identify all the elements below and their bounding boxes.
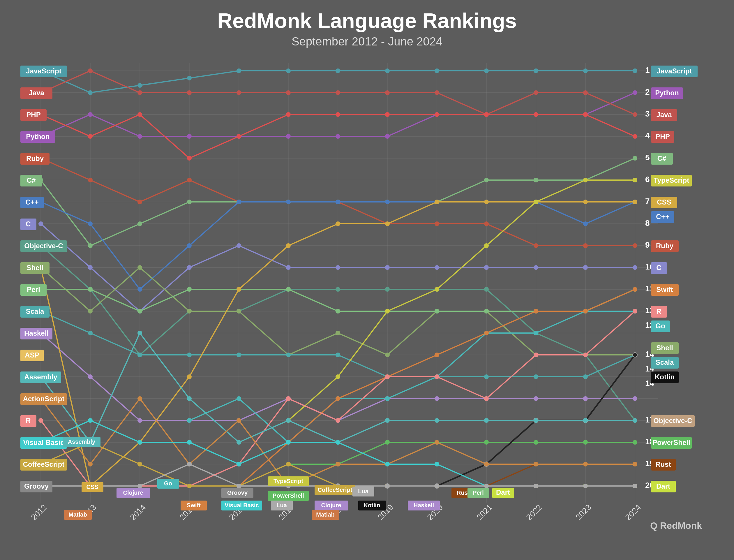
svg-point-152 [88,309,93,314]
svg-point-66 [336,90,340,95]
svg-point-169 [286,287,291,292]
svg-point-294 [138,396,142,401]
svg-text:Objective-C: Objective-C [24,242,63,250]
svg-text:Kotlin: Kotlin [364,502,380,508]
svg-point-178 [88,331,93,335]
svg-point-283 [237,440,241,445]
svg-text:8: 8 [645,219,650,228]
svg-point-208 [286,243,291,248]
svg-point-118 [336,200,340,204]
svg-text:4: 4 [645,131,650,140]
svg-point-63 [187,90,192,95]
svg-point-201 [583,396,588,401]
chart-area: 1 2 3 4 5 6 7 8 9 10 11 12 13 14 15 16 1… [17,54,717,535]
svg-point-62 [138,90,142,95]
svg-text:Swift: Swift [187,502,201,508]
svg-text:TypeScript: TypeScript [654,176,689,184]
svg-point-132 [385,265,390,270]
svg-point-83 [534,112,538,117]
svg-text:Go: Go [655,322,665,330]
svg-point-200 [534,396,538,401]
svg-text:PowerShell: PowerShell [652,439,690,446]
svg-point-254 [583,353,588,357]
svg-point-209 [336,221,340,226]
svg-point-100 [88,243,93,248]
svg-point-242 [633,287,637,292]
svg-text:Assembly: Assembly [68,439,96,445]
svg-point-158 [385,353,390,357]
svg-text:C#: C# [27,176,36,184]
svg-point-179 [138,353,142,357]
svg-text:3: 3 [645,109,650,118]
svg-point-40 [336,68,340,73]
svg-point-52 [286,134,291,139]
svg-point-131 [336,265,340,270]
svg-point-165 [88,287,93,292]
svg-point-180 [187,353,192,357]
svg-text:Matlab: Matlab [316,511,335,518]
svg-text:Visual Basic: Visual Basic [225,502,259,508]
svg-point-252 [484,396,489,401]
svg-point-291 [633,418,637,423]
svg-point-222 [583,178,588,182]
svg-point-114 [138,287,142,292]
svg-text:ActionScript: ActionScript [23,395,65,403]
svg-point-119 [385,200,390,204]
svg-point-262 [583,440,588,445]
svg-point-289 [534,418,538,423]
svg-point-113 [88,221,93,226]
svg-point-76 [187,156,192,161]
svg-text:R: R [656,307,661,315]
svg-point-49 [138,134,142,139]
svg-point-101 [138,221,142,226]
svg-point-340 [484,484,489,488]
svg-point-67 [385,90,390,95]
svg-point-296 [237,418,241,423]
svg-text:2: 2 [645,87,650,96]
svg-point-311 [336,440,340,445]
svg-point-128 [187,265,192,270]
svg-point-42 [434,68,439,73]
svg-point-221 [534,200,538,204]
svg-point-111 [633,156,637,161]
svg-point-157 [336,331,340,335]
svg-text:Python: Python [26,133,50,140]
svg-text:Dart: Dart [656,482,670,490]
svg-point-53 [336,134,340,139]
svg-point-293 [88,462,93,466]
svg-point-187 [534,374,538,379]
svg-point-304 [633,462,637,466]
svg-point-210 [385,221,390,226]
svg-text:Assembly: Assembly [24,373,57,381]
svg-point-39 [286,68,291,73]
svg-point-147 [484,287,489,292]
svg-point-79 [336,112,340,117]
svg-point-211 [434,200,439,204]
svg-text:Matlab: Matlab [68,511,87,518]
svg-point-181 [237,353,241,357]
svg-point-167 [187,287,192,292]
svg-text:Q RedMonk: Q RedMonk [650,520,702,531]
svg-text:Go: Go [164,480,172,487]
chart-subtitle: September 2012 - June 2024 [292,35,442,48]
svg-point-255 [633,309,637,314]
svg-point-186 [484,374,489,379]
svg-point-217 [336,374,340,379]
svg-text:C++: C++ [656,213,669,221]
svg-point-335 [237,484,241,488]
svg-point-258 [385,440,390,445]
svg-point-182 [286,353,291,357]
svg-point-320 [138,462,142,466]
svg-text:ASP: ASP [25,351,39,359]
svg-text:Java: Java [29,89,44,97]
svg-text:Haskell: Haskell [413,502,434,508]
svg-point-248 [286,396,291,401]
svg-point-307 [138,440,142,445]
svg-point-44 [534,68,538,73]
svg-text:C#: C# [657,154,666,162]
svg-point-108 [484,178,489,182]
svg-point-260 [484,440,489,445]
svg-point-166 [138,309,142,314]
svg-point-321 [187,484,192,488]
svg-point-68 [434,90,439,95]
